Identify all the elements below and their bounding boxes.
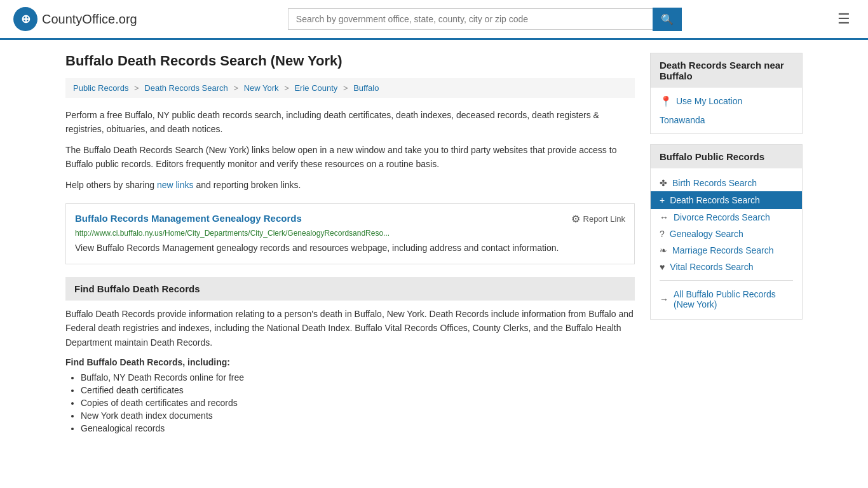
use-location-row: 📍 Use My Location — [660, 94, 793, 108]
sidebar-label: Divorce Records Search — [674, 212, 770, 222]
hamburger-icon: ☰ — [837, 11, 850, 27]
sidebar-label: All Buffalo Public Records (New York) — [674, 289, 793, 309]
find-section-header: Find Buffalo Death Records — [65, 277, 635, 301]
list-item: Copies of death certificates and records — [81, 398, 635, 408]
death-nearby-header: Death Records Search near Buffalo — [651, 53, 802, 88]
svg-text:⊕: ⊕ — [21, 13, 31, 25]
sidebar: Death Records Search near Buffalo 📍 Use … — [650, 53, 803, 436]
record-title-link[interactable]: Buffalo Records Management Genealogy Rec… — [75, 213, 302, 224]
intro-paragraph-2: The Buffalo Death Records Search (New Yo… — [65, 143, 635, 172]
sidebar-marriage-records[interactable]: ❧ Marriage Records Search — [660, 242, 793, 259]
sidebar-label: Death Records Search — [670, 195, 760, 205]
report-link-label: Report Link — [583, 214, 625, 224]
search-button[interactable]: 🔍 — [653, 8, 682, 31]
death-nearby-box: Death Records Search near Buffalo 📍 Use … — [650, 53, 803, 134]
sidebar-death-records[interactable]: + Death Records Search — [651, 191, 802, 209]
content-wrapper: Buffalo Death Records Search (New York) … — [53, 40, 815, 449]
breadcrumb-sep-3: > — [284, 83, 289, 93]
report-link[interactable]: ⚙ Report Link — [571, 213, 625, 225]
find-section-paragraph: Buffalo Death Records provide informatio… — [65, 307, 635, 349]
new-links-link[interactable]: new links — [157, 180, 194, 190]
record-url: http://www.ci.buffalo.ny.us/Home/City_De… — [75, 229, 625, 238]
sidebar-genealogy-search[interactable]: ? Genealogy Search — [660, 226, 793, 242]
logo-text: CountyOffice.org — [42, 12, 137, 27]
sidebar-divider — [660, 280, 793, 281]
genealogy-icon: ? — [660, 229, 665, 239]
sidebar-all-public-records[interactable]: → All Buffalo Public Records (New York) — [660, 286, 793, 313]
record-card: Buffalo Records Management Genealogy Rec… — [65, 203, 635, 264]
main-content: Buffalo Death Records Search (New York) … — [65, 53, 635, 436]
logo-area: ⊕ CountyOffice.org — [13, 6, 137, 32]
sidebar-label: Genealogy Search — [670, 229, 743, 239]
record-desc: View Buffalo Records Management genealog… — [75, 241, 625, 255]
sidebar-label: Birth Records Search — [672, 178, 757, 188]
divorce-icon: ↔ — [660, 212, 668, 222]
pin-icon: 📍 — [660, 95, 672, 107]
death-nearby-body: 📍 Use My Location Tonawanda — [651, 88, 802, 133]
search-area: 🔍 — [288, 8, 682, 31]
breadcrumb-new-york[interactable]: New York — [244, 83, 279, 93]
logo-main: CountyOffice — [42, 12, 115, 26]
use-location-link[interactable]: Use My Location — [676, 94, 742, 108]
intro-p3-before: Help others by sharing — [65, 180, 157, 190]
logo-icon: ⊕ — [13, 6, 38, 32]
sidebar-birth-records[interactable]: ✤ Birth Records Search — [660, 175, 793, 191]
breadcrumb-public-records[interactable]: Public Records — [73, 83, 128, 93]
breadcrumb-buffalo[interactable]: Buffalo — [353, 83, 379, 93]
sidebar-divorce-records[interactable]: ↔ Divorce Records Search — [660, 209, 793, 226]
list-item: Genealogical records — [81, 423, 635, 433]
page-title: Buffalo Death Records Search (New York) — [65, 53, 635, 69]
list-item: Certified death certificates — [81, 385, 635, 395]
intro-paragraph-3: Help others by sharing new links and rep… — [65, 178, 635, 192]
search-icon: 🔍 — [661, 14, 674, 25]
birth-icon: ✤ — [660, 178, 667, 188]
report-icon: ⚙ — [571, 213, 580, 225]
search-input[interactable] — [288, 8, 653, 30]
logo-suffix: .org — [115, 12, 137, 26]
sidebar-label: Marriage Records Search — [672, 245, 774, 255]
public-records-header: Buffalo Public Records — [651, 145, 802, 168]
breadcrumb-sep-4: > — [343, 83, 348, 93]
menu-button[interactable]: ☰ — [832, 8, 855, 30]
intro-p3-after: and reporting broken links. — [194, 180, 301, 190]
breadcrumb: Public Records > Death Records Search > … — [65, 78, 635, 98]
list-item: Buffalo, NY Death Records online for fre… — [81, 372, 635, 383]
public-records-box: Buffalo Public Records ✤ Birth Records S… — [650, 144, 803, 320]
intro-paragraph-1: Perform a free Buffalo, NY public death … — [65, 108, 635, 137]
death-icon: + — [660, 195, 665, 205]
tonawanda-link[interactable]: Tonawanda — [660, 113, 793, 127]
public-records-body: ✤ Birth Records Search + Death Records S… — [651, 168, 802, 319]
find-list-title: Find Buffalo Death Records, including: — [65, 357, 635, 367]
breadcrumb-erie-county[interactable]: Erie County — [294, 83, 337, 93]
marriage-icon: ❧ — [660, 245, 667, 255]
vital-icon: ♥ — [660, 262, 665, 272]
breadcrumb-sep-2: > — [233, 83, 238, 93]
breadcrumb-death-records[interactable]: Death Records Search — [144, 83, 228, 93]
record-title: Buffalo Records Management Genealogy Rec… — [75, 213, 302, 224]
arrow-icon: → — [660, 294, 668, 304]
list-item: New York death index documents — [81, 410, 635, 421]
record-card-header: Buffalo Records Management Genealogy Rec… — [75, 213, 625, 225]
find-list: Buffalo, NY Death Records online for fre… — [65, 372, 635, 433]
sidebar-label: Vital Records Search — [670, 262, 753, 272]
sidebar-vital-records[interactable]: ♥ Vital Records Search — [660, 259, 793, 275]
breadcrumb-sep-1: > — [134, 83, 139, 93]
header: ⊕ CountyOffice.org 🔍 ☰ — [0, 0, 868, 40]
